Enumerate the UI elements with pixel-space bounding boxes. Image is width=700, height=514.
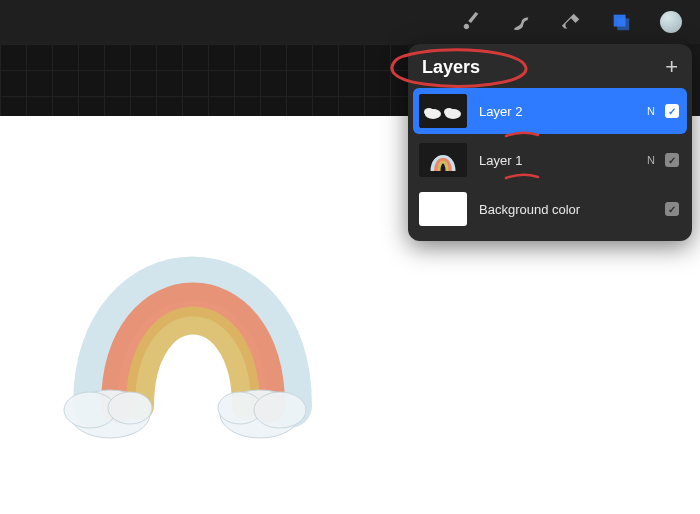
layer-thumbnail — [419, 143, 467, 177]
svg-point-8 — [424, 108, 434, 116]
layer-row-layer2[interactable]: Layer 2 N — [413, 88, 687, 134]
layer-thumbnail — [419, 192, 467, 226]
layer-visibility-checkbox[interactable] — [665, 104, 679, 118]
paint-brush-icon[interactable] — [460, 11, 482, 33]
layers-panel-title: Layers — [422, 57, 480, 78]
layer-name-label: Layer 1 — [479, 153, 647, 168]
layer-row-background[interactable]: Background color — [413, 186, 687, 232]
layer-name-label: Background color — [479, 202, 665, 217]
layer-visibility-checkbox[interactable] — [665, 202, 679, 216]
svg-point-10 — [444, 108, 454, 116]
layer-row-layer1[interactable]: Layer 1 N — [413, 137, 687, 183]
layer-thumbnail — [419, 94, 467, 128]
layers-panel-header: Layers + — [408, 44, 692, 88]
canvas-grid-strip — [0, 44, 408, 116]
top-toolbar — [0, 0, 700, 44]
svg-point-2 — [108, 392, 152, 424]
eraser-icon[interactable] — [560, 11, 582, 33]
add-layer-button[interactable]: + — [665, 56, 678, 78]
layer-name-label: Layer 2 — [479, 104, 647, 119]
layer-visibility-checkbox[interactable] — [665, 153, 679, 167]
layers-icon[interactable] — [610, 11, 632, 33]
smudge-icon[interactable] — [510, 11, 532, 33]
svg-point-5 — [254, 392, 306, 428]
layer-blend-mode[interactable]: N — [647, 154, 655, 166]
color-swatch-icon[interactable] — [660, 11, 682, 33]
layers-list: Layer 2 N Layer 1 N Background color — [408, 88, 692, 241]
layer-blend-mode[interactable]: N — [647, 105, 655, 117]
layers-panel: Layers + Layer 2 N — [408, 44, 692, 241]
